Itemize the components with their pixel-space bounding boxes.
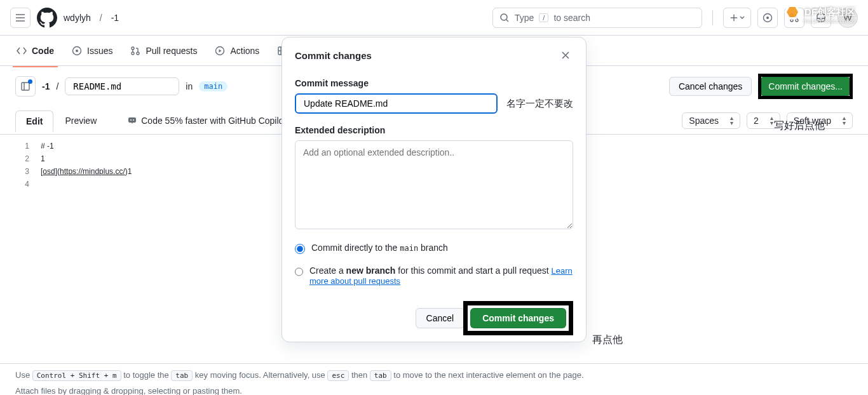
commit-message-input[interactable] [295,93,498,114]
kbd: esc [327,370,349,381]
search-placeholder-b: to search [553,13,590,23]
tab-code-label: Code [32,46,54,56]
extended-description-input[interactable] [295,140,573,229]
hamburger-menu-button[interactable] [10,8,31,28]
svg-point-9 [132,52,134,55]
close-icon [561,51,570,60]
radio-commit-direct[interactable] [295,244,305,254]
caret-down-icon [740,15,745,20]
tip-line-2: Attach files by dragging & dropping, sel… [15,386,853,395]
top-header: wdylyh / -1 Type / to search W [0,0,868,36]
svg-point-15 [130,119,132,121]
breadcrumb-repo[interactable]: -1 [111,13,119,23]
tip-line-1: Use Control + Shift + m to toggle the ta… [15,370,853,380]
annotation-keep-name: 名字一定不要改 [506,98,573,110]
editor-tips: Use Control + Shift + m to toggle the ta… [0,363,868,395]
line-gutter: 1234 [15,140,41,191]
watermark-url: mc.DFRobot.com.cn [803,18,855,24]
tab-code[interactable]: Code [10,41,60,61]
play-icon [215,46,225,56]
tab-pull-requests[interactable]: Pull requests [124,41,203,61]
search-input[interactable]: Type / to search [492,8,702,28]
breadcrumb-owner[interactable]: wdylyh [64,13,91,23]
indent-mode-label: Spaces [689,116,719,126]
tab-pulls-label: Pull requests [146,46,197,56]
tab-issues[interactable]: Issues [65,41,119,61]
in-label: in [186,81,193,91]
indent-mode-select[interactable]: Spaces ▴▾ [682,112,740,129]
filename-input[interactable] [65,77,179,95]
kbd: tab [370,370,391,381]
commit-direct-option[interactable]: Commit directly to the main branch [295,243,573,254]
commit-changes-dialog: Commit changes Commit message 名字一定不要改 Ex… [281,37,587,342]
code-line: # -1 [41,140,132,152]
path-repo[interactable]: -1 [42,81,50,91]
commit-message-label: Commit message [295,78,573,88]
github-logo-icon[interactable] [37,8,57,28]
highlight-commit-top: Commit changes... [758,74,853,99]
plus-icon [729,13,738,22]
radio-new-branch[interactable] [295,267,303,277]
tab-actions[interactable]: Actions [208,41,266,61]
copilot-hint[interactable]: Code 55% faster with GitHub Copilot [127,116,286,126]
edit-tab[interactable]: Edit [15,110,53,132]
search-icon [499,13,510,23]
extended-description-label: Extended description [295,125,573,135]
preview-tab[interactable]: Preview [55,110,107,131]
dialog-title: Commit changes [295,50,372,61]
svg-point-0 [501,14,507,20]
code-line: 1 [41,152,132,165]
file-tree-toggle[interactable] [15,76,36,97]
create-new-button[interactable] [723,8,751,28]
caret-sort-icon: ▴▾ [730,116,733,126]
commit-changes-top-button[interactable]: Commit changes... [761,77,850,96]
svg-point-2 [766,17,769,19]
svg-point-8 [132,47,134,50]
svg-rect-14 [22,83,29,90]
tab-issues-label: Issues [87,46,112,56]
copilot-icon [127,116,137,126]
indent-size-label: 2 [754,116,759,126]
dot-circle-icon [763,13,773,23]
svg-point-16 [133,119,134,121]
close-button[interactable] [558,48,573,63]
annotation-click-after-write: 写好后点他 [774,119,825,133]
issue-icon [72,46,82,56]
svg-point-7 [76,50,78,52]
issues-tray-button[interactable] [757,8,778,28]
search-placeholder-a: Type [515,13,534,23]
highlight-commit-bottom: Commit changes [463,301,573,335]
kbd: Control + Shift + m [32,370,121,381]
radio-label: Commit directly to the main branch [311,243,448,253]
kbd: tab [171,370,193,381]
svg-point-10 [137,52,139,55]
cancel-changes-button[interactable]: Cancel changes [669,77,752,96]
radio-label: Create a new branch for this commit and … [309,265,573,286]
path-sep: / [56,81,58,91]
code-icon [17,46,27,56]
tab-actions-label: Actions [230,46,259,56]
breadcrumb-separator: / [100,13,102,23]
copilot-text: Code 55% faster with GitHub Copilot [141,116,286,126]
pr-icon [130,46,140,56]
dialog-cancel-button[interactable]: Cancel [416,308,465,328]
commit-new-branch-option[interactable]: Create a new branch for this commit and … [295,265,573,286]
caret-sort-icon: ▴▾ [843,116,846,126]
watermark-text: DF创客社区 [804,6,855,18]
slash-key-hint: / [539,13,548,22]
watermark-icon [784,4,801,20]
caret-sort-icon: ▴▾ [770,116,773,126]
dialog-commit-button[interactable]: Commit changes [470,308,566,328]
annotation-click-again: 再点他 [592,333,623,347]
branch-pill[interactable]: main [199,81,227,91]
code-content[interactable]: # -1 1 [osd](https://mindplus.cc/)1 [41,140,132,191]
header-divider [712,10,713,25]
code-line: [osd](https://mindplus.cc/)1 [41,165,132,178]
